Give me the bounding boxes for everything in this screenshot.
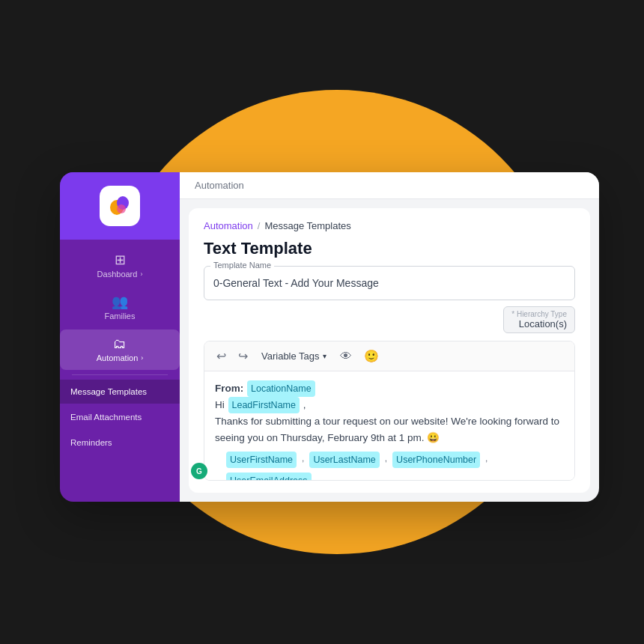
preview-button[interactable]: 👁	[337, 349, 355, 364]
greeting-line: Hi LeadFirstName ,	[215, 397, 564, 413]
message-text: Thanks for submitting a tour request on …	[215, 413, 564, 446]
lead-firstname-tag: LeadFirstName	[228, 397, 300, 413]
undo-button[interactable]: ↩	[213, 349, 229, 364]
sidebar-item-email-attachments[interactable]: Email Attachments	[60, 405, 180, 429]
page-title: Text Template	[204, 239, 575, 258]
sidebar-nav: ⊞ Dashboard › 👥 Families 🗂 Automation ›	[60, 246, 180, 502]
dashboard-chevron: ›	[140, 270, 142, 278]
template-name-legend: Template Name	[210, 261, 274, 270]
footer-sep-0: ,	[302, 452, 304, 468]
variable-tags-label: Variable Tags	[261, 350, 320, 362]
svg-point-3	[117, 204, 126, 213]
automation-chevron: ›	[141, 354, 143, 362]
email-attachments-label: Email Attachments	[70, 413, 142, 422]
hierarchy-row: * Hierarchy Type Location(s)	[204, 306, 575, 333]
variable-tags-chevron: ▾	[323, 352, 326, 360]
form-section: Template Name * Hierarchy Type Location(…	[204, 266, 575, 333]
message-templates-label: Message Templates	[70, 387, 147, 396]
footer-tag-2: UserPhoneNumber	[392, 452, 480, 468]
sidebar-item-message-templates[interactable]: Message Templates	[60, 380, 180, 404]
logo-icon	[100, 186, 140, 226]
variable-tags-dropdown[interactable]: Variable Tags ▾	[257, 347, 331, 365]
footer-tag-0: UserFirstName	[226, 452, 297, 468]
main-content: Automation Automation / Message Template…	[180, 172, 599, 502]
hierarchy-label: * Hierarchy Type	[511, 310, 567, 318]
template-name-fieldset: Template Name	[204, 266, 575, 300]
editor-toolbar: ↩ ↪ Variable Tags ▾ 👁 🙂	[204, 341, 574, 371]
grammarly-badge[interactable]: G	[191, 463, 207, 479]
breadcrumb: Automation / Message Templates	[204, 220, 575, 231]
footer-sep-2: ,	[485, 452, 487, 468]
sidebar-label-dashboard: Dashboard	[97, 270, 138, 279]
hierarchy-value: Location(s)	[519, 318, 567, 329]
footer-tags-row: UserFirstName , UserLastName , UserPhone…	[215, 446, 564, 481]
breadcrumb-parent[interactable]: Automation	[204, 220, 253, 231]
reminders-label: Reminders	[70, 438, 112, 447]
sidebar-item-reminders[interactable]: Reminders	[60, 431, 180, 455]
preview-icon: 👁	[340, 350, 352, 362]
emoji-icon: 🙂	[364, 350, 379, 362]
sidebar-logo-area	[60, 172, 180, 240]
redo-button[interactable]: ↪	[235, 349, 251, 364]
sidebar-label-automation: Automation	[97, 353, 139, 362]
sidebar-divider	[72, 374, 168, 375]
grammarly-label: G	[196, 467, 202, 476]
breadcrumb-current: Message Templates	[264, 220, 350, 231]
emoji-button[interactable]: 🙂	[361, 349, 382, 364]
editor-body[interactable]: From: LocationName Hi LeadFirstName , Th…	[204, 371, 574, 481]
sidebar-item-dashboard[interactable]: ⊞ Dashboard ›	[60, 246, 180, 286]
from-label: From:	[215, 383, 243, 394]
editor-area: ↩ ↪ Variable Tags ▾ 👁 🙂 From:	[204, 341, 575, 481]
hierarchy-badge: * Hierarchy Type Location(s)	[503, 306, 575, 333]
sidebar: ⊞ Dashboard › 👥 Families 🗂 Automation ›	[60, 172, 180, 502]
greeting-text: Hi	[215, 399, 225, 410]
sidebar-item-automation[interactable]: 🗂 Automation ›	[60, 329, 180, 370]
sidebar-label-families: Families	[105, 312, 136, 321]
sidebar-item-families[interactable]: 👥 Families	[60, 288, 180, 328]
breadcrumb-separator: /	[258, 220, 261, 231]
automation-icon: 🗂	[113, 337, 127, 350]
top-bar-title: Automation	[195, 180, 244, 191]
footer-tag-1: UserLastName	[309, 452, 379, 468]
app-wrapper: ⊞ Dashboard › 👥 Families 🗂 Automation ›	[60, 172, 599, 502]
from-line: From: LocationName	[215, 380, 564, 397]
location-name-tag: LocationName	[247, 380, 315, 397]
footer-tag-3: UserEmailAddress	[226, 473, 312, 481]
content-area: Automation / Message Templates Text Temp…	[189, 208, 590, 493]
footer-sep-1: ,	[385, 452, 387, 468]
dashboard-icon: ⊞	[115, 253, 126, 267]
top-bar: Automation	[180, 172, 599, 199]
families-icon: 👥	[112, 295, 128, 309]
template-name-input[interactable]	[213, 274, 565, 292]
